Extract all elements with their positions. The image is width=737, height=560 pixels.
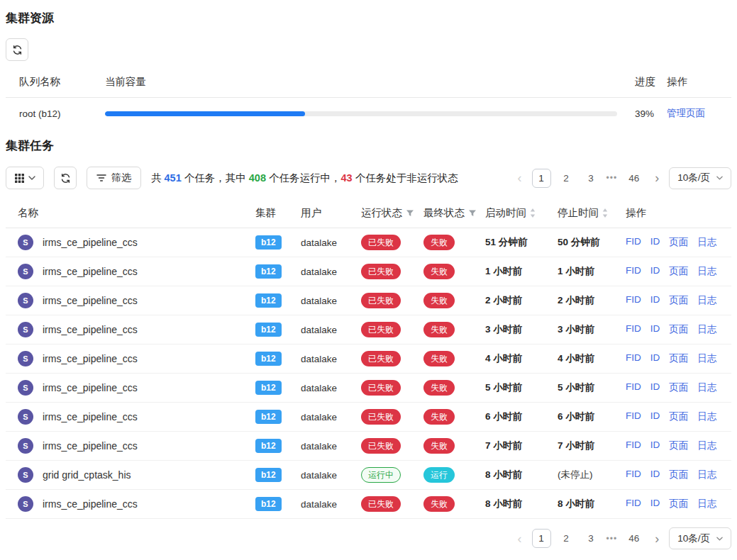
- table-row: S irms_ce_pipeline_ccs b12 datalake 已失败 …: [6, 315, 731, 345]
- page-link[interactable]: 页面: [669, 410, 688, 423]
- page-link[interactable]: 页面: [669, 469, 688, 481]
- chevron-down-icon: [716, 176, 723, 180]
- fid-link[interactable]: FID: [626, 236, 641, 249]
- id-link[interactable]: ID: [650, 323, 660, 336]
- spark-avatar: S: [18, 322, 33, 337]
- page-size-value: 10条/页: [677, 172, 710, 184]
- pager-page-last[interactable]: 46: [623, 169, 645, 188]
- page-size-select[interactable]: 10条/页: [669, 527, 731, 549]
- id-link[interactable]: ID: [650, 294, 660, 307]
- fid-link[interactable]: FID: [626, 323, 641, 336]
- refresh-icon: [60, 173, 71, 184]
- tasks-table-header: 名称 集群 用户 运行状态 最终状态 启动时间 停止时间 操作: [6, 198, 731, 228]
- fid-link[interactable]: FID: [626, 469, 641, 481]
- filter-button[interactable]: 筛选: [87, 167, 141, 189]
- sort-icon[interactable]: [602, 208, 608, 218]
- filter-funnel-icon[interactable]: [406, 209, 414, 218]
- run-status-badge: 运行中: [361, 467, 401, 483]
- id-link[interactable]: ID: [650, 410, 660, 423]
- fid-link[interactable]: FID: [626, 265, 641, 278]
- final-status-badge: 失败: [423, 496, 455, 512]
- fid-link[interactable]: FID: [626, 498, 641, 510]
- view-mode-dropdown-button[interactable]: [6, 167, 44, 189]
- task-name: irms_ce_pipeline_ccs: [43, 324, 138, 335]
- progress-fill: [105, 111, 305, 116]
- id-link[interactable]: ID: [650, 236, 660, 249]
- sort-icon[interactable]: [530, 208, 536, 218]
- manage-page-link[interactable]: 管理页面: [667, 108, 705, 118]
- log-link[interactable]: 日志: [697, 352, 716, 365]
- summary-text: 个任务，其中: [182, 172, 249, 184]
- cluster-badge: b12: [255, 410, 282, 424]
- chevron-down-icon: [28, 176, 35, 180]
- start-time: 3 小时前: [485, 323, 558, 336]
- page-link[interactable]: 页面: [669, 439, 688, 452]
- log-link[interactable]: 日志: [697, 294, 716, 307]
- id-link[interactable]: ID: [650, 498, 660, 510]
- pager-prev-icon[interactable]: ‹: [514, 169, 526, 187]
- pager-page-2[interactable]: 2: [557, 169, 576, 188]
- pagination-bottom: ‹ 1 2 3 ••• 46 › 10条/页: [514, 527, 731, 549]
- final-status-badge: 失败: [423, 351, 455, 366]
- page-link[interactable]: 页面: [669, 381, 688, 394]
- id-link[interactable]: ID: [650, 352, 660, 365]
- pager-page-3[interactable]: 3: [582, 169, 601, 188]
- log-link[interactable]: 日志: [697, 410, 716, 423]
- pager-ellipsis[interactable]: •••: [606, 173, 618, 183]
- spark-avatar: S: [18, 235, 33, 250]
- table-row: S irms_ce_pipeline_ccs b12 datalake 已失败 …: [6, 345, 731, 374]
- log-link[interactable]: 日志: [697, 323, 716, 336]
- pager-page-3[interactable]: 3: [582, 529, 601, 548]
- cluster-badge: b12: [255, 235, 282, 250]
- pager-next-icon[interactable]: ›: [650, 169, 663, 187]
- resources-refresh-button[interactable]: [6, 38, 28, 61]
- pager-page-last[interactable]: 46: [623, 529, 645, 548]
- tasks-refresh-button[interactable]: [54, 167, 77, 189]
- row-actions: FIDID页面日志: [626, 469, 731, 481]
- page-link[interactable]: 页面: [669, 294, 688, 307]
- cluster-badge: b12: [255, 323, 282, 337]
- log-link[interactable]: 日志: [697, 469, 716, 481]
- page-link[interactable]: 页面: [669, 236, 688, 249]
- user-name: datalake: [301, 267, 361, 277]
- log-link[interactable]: 日志: [697, 498, 716, 510]
- fid-link[interactable]: FID: [626, 410, 641, 423]
- fid-link[interactable]: FID: [626, 439, 641, 452]
- pager-ellipsis[interactable]: •••: [606, 534, 618, 544]
- run-status-badge: 已失败: [361, 409, 401, 425]
- run-status-badge: 已失败: [361, 380, 401, 396]
- page-size-select[interactable]: 10条/页: [669, 167, 731, 189]
- log-link[interactable]: 日志: [697, 236, 716, 249]
- page-link[interactable]: 页面: [669, 323, 688, 336]
- pager-page-1[interactable]: 1: [532, 529, 551, 548]
- fid-link[interactable]: FID: [626, 381, 641, 394]
- pager-page-1[interactable]: 1: [532, 169, 551, 188]
- id-link[interactable]: ID: [650, 265, 660, 278]
- final-status-badge: 失败: [423, 380, 455, 396]
- resources-table-header: 队列名称 当前容量 进度 操作: [6, 67, 731, 98]
- log-link[interactable]: 日志: [697, 381, 716, 394]
- user-name: datalake: [301, 499, 361, 510]
- task-name-cell: S irms_ce_pipeline_ccs: [18, 293, 255, 308]
- fid-link[interactable]: FID: [626, 352, 641, 365]
- page-link[interactable]: 页面: [669, 265, 688, 278]
- pager-prev-icon[interactable]: ‹: [514, 530, 526, 548]
- fid-link[interactable]: FID: [626, 294, 641, 307]
- row-actions: FIDID页面日志: [626, 381, 731, 394]
- pager-next-icon[interactable]: ›: [650, 530, 663, 548]
- start-time: 2 小时前: [485, 294, 558, 307]
- filter-funnel-icon[interactable]: [468, 209, 477, 218]
- page-link[interactable]: 页面: [669, 498, 688, 510]
- cluster-badge: b12: [255, 468, 282, 482]
- cluster-badge: b12: [255, 439, 282, 453]
- start-time: 7 小时前: [485, 439, 558, 452]
- start-time: 4 小时前: [485, 352, 558, 365]
- log-link[interactable]: 日志: [697, 265, 716, 278]
- final-status-header: 最终状态: [423, 206, 465, 220]
- pager-page-2[interactable]: 2: [557, 529, 576, 548]
- id-link[interactable]: ID: [650, 469, 660, 481]
- page-link[interactable]: 页面: [669, 352, 688, 365]
- id-link[interactable]: ID: [650, 439, 660, 452]
- id-link[interactable]: ID: [650, 381, 660, 394]
- log-link[interactable]: 日志: [697, 439, 716, 452]
